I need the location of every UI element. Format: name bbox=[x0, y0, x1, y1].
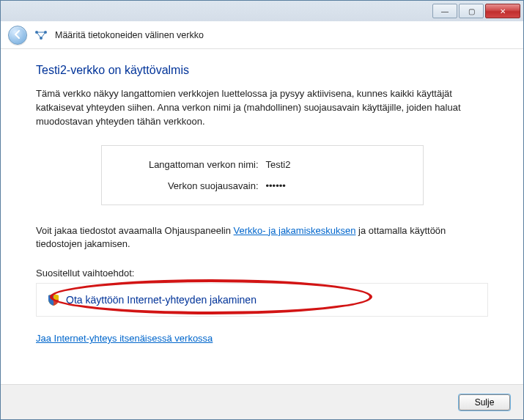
description-paragraph: Tämä verkko näkyy langattomien verkkojen… bbox=[36, 87, 488, 129]
share-paragraph: Voit jakaa tiedostot avaamalla Ohjauspan… bbox=[36, 224, 488, 252]
enable-ics-label: Ota käyttöön Internet-yhteyden jakaminen bbox=[66, 294, 257, 306]
share-standalone-link-row: Jaa Internet-yhteys itsenäisessä verkoss… bbox=[36, 333, 488, 344]
footer: Sulje bbox=[1, 384, 523, 419]
header: Määritä tietokoneiden välinen verkko bbox=[1, 21, 523, 49]
network-name-value: Testi2 bbox=[266, 159, 405, 170]
arrow-left-icon bbox=[13, 29, 22, 41]
close-wizard-button[interactable]: Sulje bbox=[459, 394, 510, 410]
minimize-button[interactable]: — bbox=[432, 4, 457, 18]
recommended-label: Suositellut vaihtoehdot: bbox=[36, 268, 488, 279]
titlebar: — ▢ ✕ bbox=[1, 1, 523, 21]
back-button[interactable] bbox=[8, 26, 27, 45]
network-key-value: •••••• bbox=[266, 180, 405, 191]
network-name-label: Langattoman verkon nimi: bbox=[119, 159, 266, 170]
enable-ics-option[interactable]: Ota käyttöön Internet-yhteyden jakaminen bbox=[36, 283, 488, 317]
network-key-row: Verkon suojausavain: •••••• bbox=[119, 180, 405, 191]
shield-icon bbox=[48, 294, 59, 306]
close-button[interactable]: ✕ bbox=[485, 4, 520, 18]
header-title: Määritä tietokoneiden välinen verkko bbox=[55, 30, 204, 40]
content: Testi2-verkko on käyttövalmis Tämä verkk… bbox=[1, 49, 523, 351]
maximize-button[interactable]: ▢ bbox=[459, 4, 484, 18]
share-text-pre: Voit jakaa tiedostot avaamalla Ohjauspan… bbox=[36, 225, 234, 236]
network-info-box: Langattoman verkon nimi: Testi2 Verkon s… bbox=[101, 145, 424, 205]
wizard-window: — ▢ ✕ Määritä tietokoneiden välinen verk… bbox=[0, 0, 524, 420]
network-icon bbox=[34, 29, 48, 41]
page-heading: Testi2-verkko on käyttövalmis bbox=[36, 64, 488, 77]
network-key-label: Verkon suojausavain: bbox=[119, 180, 266, 191]
share-standalone-link[interactable]: Jaa Internet-yhteys itsenäisessä verkoss… bbox=[36, 333, 213, 344]
network-sharing-center-link[interactable]: Verkko- ja jakamiskeskuksen bbox=[234, 225, 356, 236]
network-name-row: Langattoman verkon nimi: Testi2 bbox=[119, 159, 405, 170]
